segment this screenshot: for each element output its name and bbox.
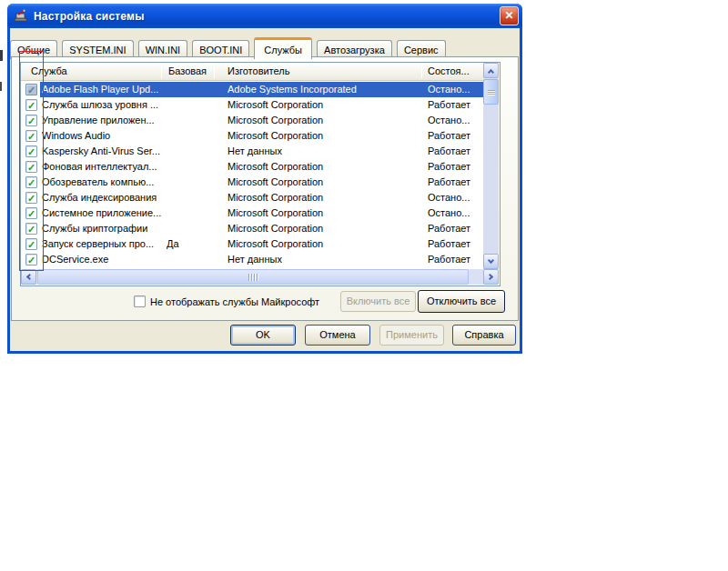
service-status: Остано... xyxy=(428,113,482,128)
service-status: Работает xyxy=(428,175,482,190)
table-row[interactable]: ✓ DCService.exe Нет данных Работает xyxy=(21,252,483,267)
service-rows: ✓ Adobe Flash Player Upd... Adobe System… xyxy=(21,82,483,267)
column-header-manufacturer[interactable]: Изготовитель xyxy=(228,63,289,81)
service-name: Служба шлюза уровня ... xyxy=(42,97,161,113)
service-name: Фоновая интеллектуал... xyxy=(42,159,161,175)
service-manufacturer: Microsoft Corporation xyxy=(228,190,419,205)
service-essential xyxy=(167,128,212,144)
service-name: Системное приложение... xyxy=(42,205,161,221)
service-status: Работает xyxy=(428,128,482,144)
table-row[interactable]: ✓ Фоновая интеллектуал... Microsoft Corp… xyxy=(21,159,483,175)
service-essential xyxy=(167,144,212,159)
service-manufacturer: Microsoft Corporation xyxy=(228,221,419,236)
service-status: Остано... xyxy=(428,82,482,97)
screen-edge-artifact xyxy=(0,50,3,61)
hide-microsoft-services-checkbox[interactable] xyxy=(134,296,146,307)
table-row[interactable]: ✓ Windows Audio Microsoft Corporation Ра… xyxy=(21,128,483,144)
column-header-status[interactable]: Состоя... xyxy=(428,63,470,81)
service-name: Обозреватель компью... xyxy=(42,175,161,190)
table-row[interactable]: ✓ Adobe Flash Player Upd... Adobe System… xyxy=(21,82,483,97)
tab-services[interactable]: Службы xyxy=(254,37,312,59)
service-manufacturer: Adobe Systems Incorporated xyxy=(228,82,419,97)
column-divider[interactable] xyxy=(421,65,422,78)
tab-strip: Общие SYSTEM.INI WIN.INI BOOT.INI Службы… xyxy=(10,37,448,57)
table-row[interactable]: ✓ Запуск серверных про... Да Microsoft C… xyxy=(21,236,483,252)
scroll-up-button[interactable] xyxy=(483,63,499,78)
service-manufacturer: Microsoft Corporation xyxy=(228,97,419,113)
table-row[interactable]: ✓ Службы криптографии Microsoft Corporat… xyxy=(21,221,483,236)
scroll-left-button[interactable] xyxy=(21,269,36,285)
service-essential xyxy=(167,175,212,190)
service-status: Работает xyxy=(428,252,482,267)
service-essential: Да xyxy=(167,236,212,252)
service-essential xyxy=(167,159,212,175)
service-essential xyxy=(167,205,212,221)
service-name: DCService.exe xyxy=(42,252,161,267)
screen-edge-artifact xyxy=(0,82,2,91)
vertical-scrollbar-thumb[interactable] xyxy=(483,79,499,105)
service-name: Управление приложен... xyxy=(42,113,161,128)
ok-button[interactable]: OK xyxy=(230,325,296,346)
service-manufacturer: Microsoft Corporation xyxy=(228,113,419,128)
services-tab-page: Служба Базовая Изготовитель Состоя... ✓ … xyxy=(11,56,519,321)
scroll-down-button[interactable] xyxy=(483,254,499,269)
window-title: Настройка системы xyxy=(34,10,145,23)
service-essential xyxy=(167,221,212,236)
horizontal-scrollbar-thumb[interactable] xyxy=(37,269,469,285)
msconfig-app-icon xyxy=(14,9,29,24)
column-header-essential[interactable]: Базовая xyxy=(168,63,207,81)
service-status: Работает xyxy=(428,144,482,159)
service-manufacturer: Microsoft Corporation xyxy=(228,128,419,144)
chevron-down-icon xyxy=(488,257,494,264)
chevron-right-icon xyxy=(487,274,493,280)
chevron-up-icon xyxy=(488,69,494,75)
cancel-button[interactable]: Отмена xyxy=(305,325,370,346)
vertical-scrollbar[interactable] xyxy=(483,63,499,269)
table-row[interactable]: ✓ Обозреватель компью... Microsoft Corpo… xyxy=(21,175,483,190)
service-status: Работает xyxy=(428,236,482,252)
service-manufacturer: Нет данных xyxy=(228,252,419,267)
chevron-left-icon xyxy=(26,274,33,280)
table-row[interactable]: ✓ Kaspersky Anti-Virus Ser... Нет данных… xyxy=(21,144,483,159)
service-status: Работает xyxy=(428,221,482,236)
service-status: Остано... xyxy=(428,205,482,221)
service-name: Windows Audio xyxy=(42,128,161,144)
title-bar[interactable]: Настройка системы ✕ xyxy=(7,4,522,28)
table-row[interactable]: ✓ Управление приложен... Microsoft Corpo… xyxy=(21,113,483,128)
close-button[interactable]: ✕ xyxy=(500,6,519,25)
scroll-right-button[interactable] xyxy=(483,269,499,285)
disable-all-button[interactable]: Отключить все xyxy=(418,290,505,313)
help-button[interactable]: Справка xyxy=(452,325,516,346)
service-manufacturer: Microsoft Corporation xyxy=(228,159,419,175)
table-row[interactable]: ✓ Служба шлюза уровня ... Microsoft Corp… xyxy=(21,97,483,113)
service-manufacturer: Microsoft Corporation xyxy=(228,236,419,252)
service-essential xyxy=(167,82,212,97)
service-essential xyxy=(167,252,212,267)
services-list: Служба Базовая Изготовитель Состоя... ✓ … xyxy=(20,62,500,286)
enable-all-button[interactable]: Включить все xyxy=(340,291,416,312)
annotation-rectangle xyxy=(19,51,44,271)
service-name: Запуск серверных про... xyxy=(42,236,161,252)
horizontal-scrollbar[interactable] xyxy=(21,269,499,285)
column-divider[interactable] xyxy=(214,65,215,78)
service-essential xyxy=(167,113,212,128)
column-divider[interactable] xyxy=(161,65,162,78)
table-row[interactable]: ✓ Системное приложение... Microsoft Corp… xyxy=(21,205,483,221)
service-essential xyxy=(167,97,212,113)
service-manufacturer: Нет данных xyxy=(228,144,419,159)
service-name: Kaspersky Anti-Virus Ser... xyxy=(42,144,161,159)
table-row[interactable]: ✓ Служба индексирования Microsoft Corpor… xyxy=(21,190,483,205)
hide-microsoft-services-label: Не отображать службы Майкрософт xyxy=(150,296,319,308)
service-name: Службы криптографии xyxy=(42,221,161,236)
close-icon: ✕ xyxy=(504,9,513,22)
apply-button[interactable]: Применить xyxy=(379,325,444,346)
service-status: Работает xyxy=(428,159,482,175)
service-essential xyxy=(167,190,212,205)
service-manufacturer: Microsoft Corporation xyxy=(228,205,419,221)
service-name: Adobe Flash Player Upd... xyxy=(42,82,161,97)
service-name: Служба индексирования xyxy=(42,190,161,205)
service-status: Остано... xyxy=(428,190,482,205)
list-header: Служба Базовая Изготовитель Состоя... xyxy=(21,63,483,81)
service-manufacturer: Microsoft Corporation xyxy=(228,175,419,190)
service-status: Работает xyxy=(428,97,482,113)
